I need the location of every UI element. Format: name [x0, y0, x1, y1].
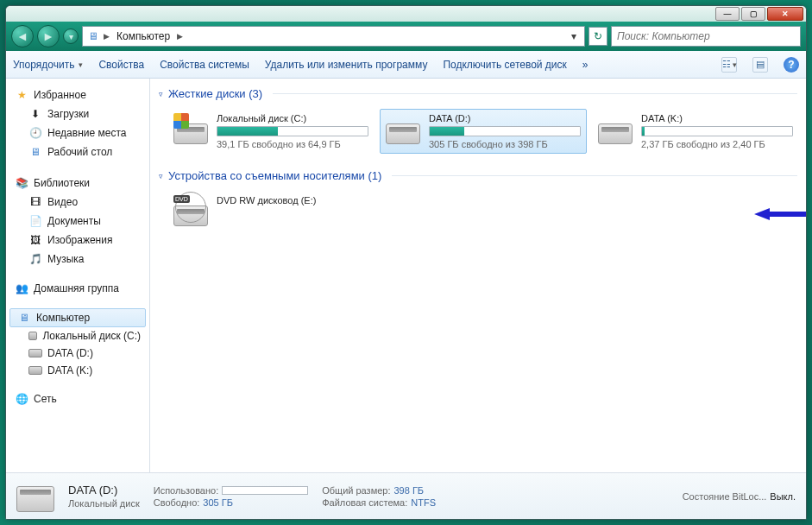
title-bar: — ▢ ✕: [6, 6, 806, 22]
search-input[interactable]: [617, 30, 795, 42]
sidebar-item-pictures[interactable]: 🖼Изображения: [6, 231, 149, 250]
minimize-button[interactable]: —: [715, 7, 740, 21]
history-dropdown[interactable]: ▾: [63, 28, 79, 44]
details-bitlocker-value: Выкл.: [770, 491, 796, 502]
optical-drive-tile[interactable]: DVD DVD RW дисковод (E:): [167, 191, 375, 231]
drive-icon: [28, 332, 37, 340]
drive-tile[interactable]: Локальный диск (C:) 39,1 ГБ свободно из …: [167, 109, 375, 154]
drive-icon: [28, 366, 42, 375]
svg-marker-0: [754, 208, 806, 220]
details-name: DATA (D:): [68, 484, 140, 497]
music-icon: 🎵: [28, 252, 42, 266]
details-type: Локальный диск: [68, 498, 140, 509]
capacity-bar: [429, 126, 581, 136]
sidebar-header-favorites[interactable]: ★Избранное: [6, 85, 149, 104]
drive-grid: Локальный диск (C:) 39,1 ГБ свободно из …: [157, 105, 799, 166]
details-fs-label: Файловая система:: [322, 497, 407, 508]
close-button[interactable]: ✕: [767, 7, 803, 21]
hdd-icon: [598, 113, 634, 144]
sidebar-item-network[interactable]: 🌐Сеть: [6, 389, 149, 408]
breadcrumb-segment[interactable]: Компьютер: [113, 28, 173, 44]
sidebar-item-documents[interactable]: 📄Документы: [6, 212, 149, 231]
computer-icon: 🖥: [86, 29, 100, 43]
sidebar-item-recent[interactable]: 🕘Недавние места: [6, 123, 149, 142]
sidebar-item-downloads[interactable]: ⬇Загрузки: [6, 104, 149, 123]
annotation-arrow: [754, 208, 806, 220]
sidebar-group-computer: 🖥Компьютер Локальный диск (C:) DATA (D:)…: [6, 307, 149, 381]
desktop-icon: 🖥: [28, 145, 42, 159]
details-fs-value: NTFS: [411, 497, 436, 508]
search-box[interactable]: [611, 26, 801, 47]
organize-menu[interactable]: Упорядочить: [13, 59, 83, 71]
drive-free-label: 2,37 ГБ свободно из 2,40 ГБ: [641, 139, 793, 149]
sidebar-group-favorites: ★Избранное ⬇Загрузки 🕘Недавние места 🖥Ра…: [6, 84, 149, 163]
details-bitlocker-label: Состояние BitLoc...: [683, 491, 767, 502]
dvd-drive-icon: DVD: [173, 195, 210, 226]
sidebar-item-drive-c[interactable]: Локальный диск (C:): [6, 327, 149, 345]
capacity-bar: [641, 126, 793, 136]
recent-icon: 🕘: [28, 126, 42, 140]
homegroup-icon: 👥: [15, 281, 28, 295]
sidebar-header-libraries[interactable]: 📚Библиотеки: [6, 174, 149, 193]
system-properties-button[interactable]: Свойства системы: [160, 59, 249, 71]
drive-free-label: 39,1 ГБ свободно из 64,9 ГБ: [217, 139, 368, 149]
breadcrumb-arrow-icon: ▶: [104, 32, 110, 41]
details-drive-icon: [16, 481, 54, 512]
group-header-removable[interactable]: ▿ Устройства со съемными носителями (1): [157, 166, 799, 187]
computer-icon: 🖥: [17, 311, 31, 325]
sidebar-item-drive-d[interactable]: DATA (D:): [6, 345, 149, 362]
drive-tile[interactable]: DATA (K:) 2,37 ГБ свободно из 2,40 ГБ: [592, 109, 799, 154]
details-used-label: Использовано:: [154, 485, 219, 496]
sidebar-item-drive-k[interactable]: DATA (K:): [6, 362, 149, 379]
details-total-value: 398 ГБ: [394, 485, 425, 496]
command-toolbar: Упорядочить Свойства Свойства системы Уд…: [6, 51, 806, 79]
maximize-button[interactable]: ▢: [741, 7, 765, 21]
breadcrumb-arrow-icon: ▶: [177, 32, 183, 41]
preview-pane-button[interactable]: ▤: [752, 57, 768, 73]
address-bar[interactable]: 🖥 ▶ Компьютер ▶ ▾: [82, 26, 585, 47]
sidebar-item-desktop[interactable]: 🖥Рабочий стол: [6, 142, 149, 161]
body-area: ★Избранное ⬇Загрузки 🕘Недавние места 🖥Ра…: [6, 79, 806, 472]
removable-grid: DVD DVD RW дисковод (E:): [157, 187, 799, 243]
details-total-label: Общий размер:: [322, 485, 390, 496]
help-icon[interactable]: ?: [784, 57, 799, 73]
drive-name: DATA (D:): [429, 113, 581, 123]
details-free-label: Свободно:: [154, 497, 200, 508]
drive-tile[interactable]: DATA (D:) 305 ГБ свободно из 398 ГБ: [380, 109, 587, 154]
group-header-hdd[interactable]: ▿ Жесткие диски (3): [157, 84, 799, 105]
map-network-drive-button[interactable]: Подключить сетевой диск: [443, 59, 566, 71]
sidebar-group-libraries: 📚Библиотеки 🎞Видео 📄Документы 🖼Изображен…: [6, 172, 149, 270]
hdd-icon: [173, 113, 210, 144]
network-icon: 🌐: [15, 392, 28, 406]
drive-name: DVD RW дисковод (E:): [217, 195, 368, 206]
refresh-button[interactable]: ↻: [589, 27, 607, 46]
capacity-bar: [217, 126, 368, 136]
drive-name: Локальный диск (C:): [217, 113, 368, 123]
sidebar-item-computer[interactable]: 🖥Компьютер: [9, 308, 146, 327]
sidebar-item-homegroup[interactable]: 👥Домашняя группа: [6, 279, 149, 298]
drive-icon: [28, 349, 42, 357]
sidebar: ★Избранное ⬇Загрузки 🕘Недавние места 🖥Ра…: [6, 79, 150, 472]
details-used-bar: [222, 486, 308, 495]
libraries-icon: 📚: [15, 176, 28, 190]
toolbar-overflow[interactable]: »: [582, 59, 589, 71]
collapse-icon: ▿: [159, 172, 163, 180]
forward-button[interactable]: ►: [37, 25, 60, 47]
back-button[interactable]: ◄: [11, 25, 34, 47]
drive-name: DATA (K:): [641, 113, 793, 123]
downloads-icon: ⬇: [28, 107, 42, 121]
details-pane: DATA (D:) Локальный диск Использовано: С…: [6, 472, 806, 519]
nav-bar: ◄ ► ▾ 🖥 ▶ Компьютер ▶ ▾ ↻: [6, 22, 806, 51]
view-options-button[interactable]: ☷: [721, 57, 737, 73]
sidebar-item-music[interactable]: 🎵Музыка: [6, 250, 149, 269]
uninstall-program-button[interactable]: Удалить или изменить программу: [265, 59, 428, 71]
video-icon: 🎞: [28, 195, 42, 209]
sidebar-item-videos[interactable]: 🎞Видео: [6, 193, 149, 212]
properties-button[interactable]: Свойства: [98, 59, 144, 71]
documents-icon: 📄: [28, 214, 42, 228]
explorer-window: — ▢ ✕ ◄ ► ▾ 🖥 ▶ Компьютер ▶ ▾ ↻ Упорядоч…: [5, 5, 807, 520]
hdd-icon: [386, 113, 422, 144]
address-dropdown-icon[interactable]: ▾: [567, 30, 581, 42]
star-icon: ★: [15, 88, 28, 102]
drive-free-label: 305 ГБ свободно из 398 ГБ: [429, 139, 581, 149]
